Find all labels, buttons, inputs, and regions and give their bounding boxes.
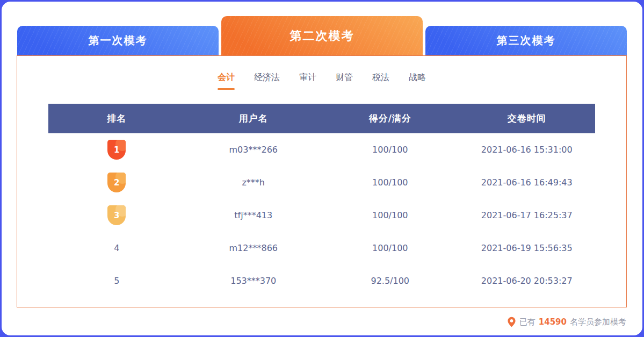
table-row: 5 153***370 92.5/100 2021-06-20 20:53:27: [48, 264, 595, 297]
rank-number: 3: [114, 211, 119, 220]
main-card: 第一次模考 第二次模考 第三次模考 会计 经济法 审计 财管 税法 战略 排名 …: [2, 2, 642, 335]
tab-label: 第二次模考: [290, 28, 354, 44]
rank-number: 1: [114, 145, 119, 155]
table-row: 3 tfj***413 100/100 2021-06-17 16:25:37: [48, 199, 595, 232]
exam-tabs: 第一次模考 第二次模考 第三次模考: [17, 2, 627, 55]
leaderboard-table: 排名 用户名 得分/满分 交卷时间 1 m03***266 100/100 20…: [48, 104, 595, 297]
rank-cell: 1: [48, 140, 185, 160]
time-cell: 2021-06-20 20:53:27: [459, 276, 596, 286]
footer-prefix: 已有: [519, 317, 536, 327]
time-cell: 2021-06-19 15:56:35: [459, 243, 596, 253]
rank-number: 5: [114, 276, 119, 286]
username-cell: 153***370: [185, 276, 322, 286]
rank-badge: 2: [107, 173, 126, 192]
content-box: 会计 经济法 审计 财管 税法 战略 排名 用户名 得分/满分 交卷时间 1 m…: [17, 55, 627, 307]
subject-subtabs: 会计 经济法 审计 财管 税法 战略: [17, 72, 626, 90]
score-cell: 100/100: [322, 210, 459, 220]
tab-label: 第三次模考: [497, 33, 556, 48]
subtab-tax-law[interactable]: 税法: [372, 72, 389, 90]
table-header-row: 排名 用户名 得分/满分 交卷时间: [48, 104, 595, 133]
rank-cell: 5: [48, 276, 185, 286]
subtab-strategy[interactable]: 战略: [409, 72, 426, 90]
score-cell: 100/100: [322, 177, 459, 188]
rank-badge: 3: [107, 205, 126, 225]
time-cell: 2021-06-16 15:31:00: [459, 145, 596, 155]
tab-third-mock-exam[interactable]: 第三次模考: [425, 26, 627, 55]
time-cell: 2021-06-16 16:49:43: [459, 177, 596, 188]
location-pin-icon: [507, 317, 516, 327]
header-username: 用户名: [185, 112, 322, 125]
header-rank: 排名: [48, 112, 185, 125]
rank-badge: 1: [107, 140, 126, 160]
score-cell: 92.5/100: [322, 276, 459, 286]
tab-second-mock-exam[interactable]: 第二次模考: [221, 16, 423, 55]
rank-cell: 3: [48, 205, 185, 225]
score-cell: 100/100: [322, 243, 459, 253]
table-body: 1 m03***266 100/100 2021-06-16 15:31:00 …: [48, 133, 595, 297]
subtab-accounting[interactable]: 会计: [218, 72, 235, 90]
username-cell: m12***866: [185, 243, 322, 253]
table-row: 1 m03***266 100/100 2021-06-16 15:31:00: [48, 133, 595, 166]
header-submit-time: 交卷时间: [459, 112, 596, 125]
footer-suffix: 名学员参加模考: [570, 317, 626, 327]
header-score: 得分/满分: [322, 112, 459, 125]
rank-number: 2: [114, 178, 119, 188]
tab-label: 第一次模考: [89, 33, 148, 48]
footer-count: 14590: [539, 317, 567, 327]
rank-number: 4: [114, 243, 119, 253]
table-row: 4 m12***866 100/100 2021-06-19 15:56:35: [48, 232, 595, 264]
username-cell: tfj***413: [185, 210, 322, 220]
subtab-financial-mgmt[interactable]: 财管: [336, 72, 353, 90]
tab-first-mock-exam[interactable]: 第一次模考: [17, 26, 219, 55]
time-cell: 2021-06-17 16:25:37: [459, 210, 596, 220]
subtab-economic-law[interactable]: 经济法: [254, 72, 280, 90]
participants-footer: 已有14590名学员参加模考: [507, 309, 626, 335]
table-row: 2 z***h 100/100 2021-06-16 16:49:43: [48, 166, 595, 199]
subtab-audit[interactable]: 审计: [299, 72, 316, 90]
score-cell: 100/100: [322, 145, 459, 155]
rank-cell: 2: [48, 173, 185, 192]
username-cell: z***h: [185, 177, 322, 188]
username-cell: m03***266: [185, 145, 322, 155]
rank-cell: 4: [48, 243, 185, 253]
